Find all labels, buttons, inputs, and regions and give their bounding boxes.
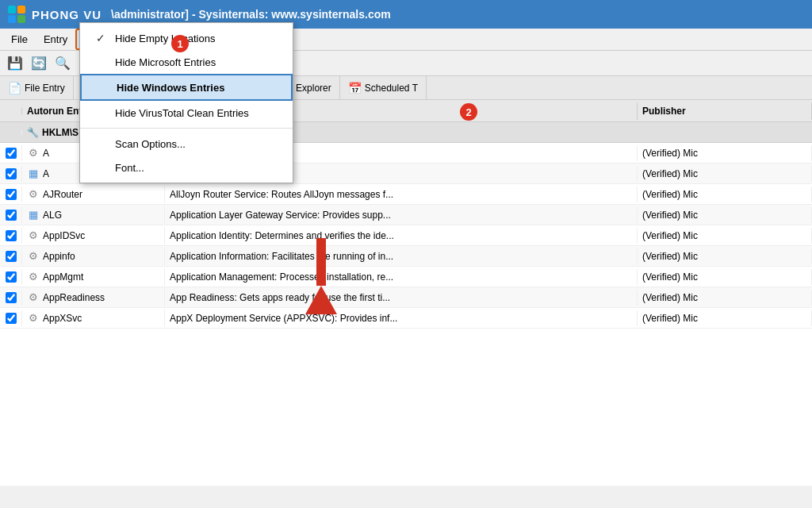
badge-1: 1 [171, 35, 189, 52]
group-name: HKLM\S [42, 127, 79, 138]
row-app-icon: ⚙ [27, 229, 40, 242]
logo: PHONG VU [8, 6, 102, 23]
check-font [96, 161, 109, 174]
row-app-icon: ⚙ [27, 291, 40, 304]
row-publisher: (Verified) Mic [638, 290, 812, 306]
row-app-icon: ▦ [27, 209, 40, 221]
row-publisher: (Verified) Mic [638, 248, 812, 264]
row-name-text: AJRouter [43, 189, 82, 200]
scheduled-icon: 📅 [348, 82, 362, 94]
badge-2: 2 [460, 103, 477, 121]
row-checkbox[interactable] [0, 310, 22, 326]
check-scan-options [96, 137, 109, 150]
row-name-text: ALG [43, 210, 62, 221]
row-publisher: (Verified) Mic [638, 228, 812, 244]
check-hide-ms [96, 56, 109, 68]
row-description: Application Information: Facilitates the… [165, 248, 638, 264]
row-name-text: AppXSvc [43, 313, 82, 324]
row-name: ▦ ALG [22, 206, 165, 224]
row-publisher: (Verified) Mic [638, 207, 812, 223]
tab-file-entry-label: File Entry [25, 83, 65, 94]
row-description: Application Identity: Determines and ver… [165, 228, 638, 244]
row-description: AllJoyn Router Service: Routes AllJoyn m… [165, 187, 638, 202]
row-checkbox[interactable] [0, 166, 22, 182]
row-checkbox[interactable] [0, 248, 22, 264]
row-description: Application Layer Gateway Service: Provi… [165, 207, 638, 223]
row-checkbox[interactable] [0, 187, 22, 202]
row-app-icon: ▦ [27, 167, 40, 180]
check-hide-empty: ✓ [96, 32, 109, 44]
logo-sq-bl [8, 15, 16, 23]
brand-name: PHONG VU [32, 8, 102, 21]
table-row[interactable]: ⚙ AppXSvc AppX Deployment Service (APPXS… [0, 308, 812, 329]
row-checkbox[interactable] [0, 269, 22, 285]
table-row[interactable]: ⚙ AppIDSvc Application Identity: Determi… [0, 225, 812, 246]
table-row[interactable]: ⚙ AppMgmt Application Management: Proces… [0, 267, 812, 287]
logo-sq-tr [17, 6, 25, 13]
row-app-icon: ⚙ [27, 312, 40, 325]
row-publisher: (Verified) Mic [638, 269, 812, 285]
table-row[interactable]: ⚙ Appinfo Application Information: Facil… [0, 246, 812, 267]
dropdown-scan-options[interactable]: Scan Options... [80, 132, 293, 156]
col-check-header [0, 108, 22, 114]
row-name: ⚙ Appinfo [22, 248, 165, 265]
row-app-icon: ⚙ [27, 188, 40, 201]
row-name-text: A [43, 148, 49, 159]
row-name: ⚙ AppIDSvc [22, 227, 165, 244]
window-title: \administrator] - Sysinternals: www.sysi… [111, 8, 391, 21]
tab-scheduled-label: Scheduled T [365, 83, 418, 94]
row-name: ⚙ AJRouter [22, 186, 165, 203]
logo-squares [8, 6, 25, 23]
table-row[interactable]: ▦ ALG Application Layer Gateway Service:… [0, 205, 812, 225]
row-name-text: AppMgmt [43, 271, 83, 283]
dropdown-font[interactable]: Font... [80, 156, 293, 179]
file-entry-icon: 📄 [8, 82, 21, 94]
row-checkbox[interactable] [0, 207, 22, 223]
check-hide-win [98, 81, 110, 94]
row-name-text: AppIDSvc [43, 230, 85, 241]
row-description: AppX Deployment Service (APPXSVC): Provi… [165, 310, 638, 326]
row-checkbox[interactable] [0, 228, 22, 244]
group-icon: 🔧 [27, 127, 39, 138]
row-name: ⚙ AppXSvc [22, 310, 165, 327]
tab-file-entry[interactable]: 📄 File Entry [0, 76, 74, 99]
row-checkbox[interactable] [0, 145, 22, 161]
row-name-text: Appinfo [43, 251, 75, 262]
logo-sq-tl [8, 6, 16, 13]
row-checkbox[interactable] [0, 290, 22, 306]
menu-entry[interactable]: Entry [36, 30, 75, 48]
menu-file[interactable]: File [3, 30, 36, 48]
row-publisher: (Verified) Mic [638, 310, 812, 326]
row-name-text: AppReadiness [43, 292, 105, 303]
row-name: ⚙ AppMgmt [22, 268, 165, 286]
row-description: Application Management: Processes instal… [165, 269, 638, 285]
toolbar-search-btn[interactable]: 🔍 [52, 53, 74, 74]
row-publisher: (Verified) Mic [638, 145, 812, 161]
table-row[interactable]: ⚙ AJRouter AllJoyn Router Service: Route… [0, 184, 812, 205]
dropdown-hide-vt[interactable]: Hide VirusTotal Clean Entries [80, 101, 293, 125]
tab-scheduled[interactable]: 📅 Scheduled T [340, 76, 427, 99]
row-name: ⚙ AppReadiness [22, 289, 165, 306]
check-hide-vt [96, 106, 109, 119]
dropdown-hide-win[interactable]: Hide Windows Entries [80, 74, 293, 101]
row-app-icon: ⚙ [27, 147, 40, 160]
col-pub-header: Publisher [638, 102, 812, 120]
row-description: App Readiness: Gets apps ready for use t… [165, 290, 638, 306]
row-publisher: (Verified) Mic [638, 187, 812, 202]
dropdown-hide-ms[interactable]: Hide Microsoft Entries [80, 50, 293, 74]
row-name-text: A [43, 168, 49, 179]
dropdown-divider [80, 128, 293, 129]
logo-sq-br [17, 15, 25, 23]
table-row[interactable]: ⚙ AppReadiness App Readiness: Gets apps … [0, 287, 812, 308]
row-app-icon: ⚙ [27, 271, 40, 283]
toolbar-save-btn[interactable]: 💾 [4, 53, 26, 74]
row-publisher: (Verified) Mic [638, 166, 812, 182]
group-check [0, 130, 22, 135]
row-app-icon: ⚙ [27, 250, 40, 263]
toolbar-refresh-btn[interactable]: 🔄 [28, 53, 50, 74]
